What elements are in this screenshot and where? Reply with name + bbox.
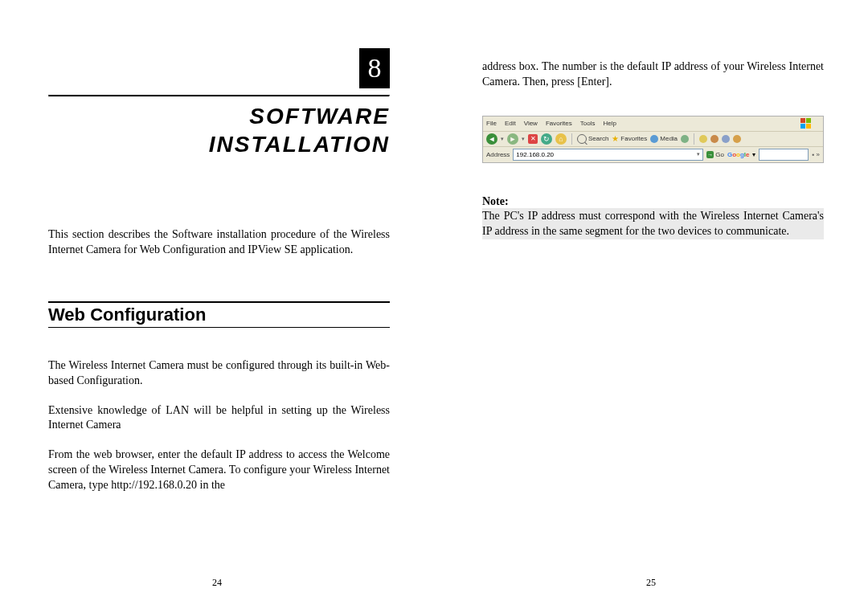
intro-paragraph: This section describes the Software inst… [48, 227, 390, 258]
browser-address-bar: Address 192.168.0.20 ▾ → Go Google ▾ ▪ » [483, 147, 823, 162]
chapter-rule [48, 95, 390, 97]
forward-dropdown-icon[interactable]: ▾ [522, 136, 525, 142]
edit-icon[interactable] [722, 135, 730, 143]
search-button[interactable]: Search [577, 134, 608, 144]
note-heading: Note: [482, 195, 824, 208]
media-label: Media [660, 135, 678, 142]
body-para-3: From the web browser, enter the default … [48, 447, 390, 493]
chapter-title-line1: SOFTWARE [48, 102, 390, 130]
media-button[interactable]: Media [650, 135, 678, 143]
address-label: Address [486, 151, 510, 158]
page-left: 8 SOFTWARE INSTALLATION This section des… [0, 0, 434, 613]
address-input[interactable]: 192.168.0.20 ▾ [513, 149, 703, 161]
section-rule-top [48, 301, 390, 303]
menu-tools[interactable]: Tools [580, 120, 596, 127]
google-search-input[interactable] [759, 149, 809, 161]
history-icon[interactable] [681, 135, 689, 143]
search-icon [577, 134, 587, 144]
favorites-label: Favorites [620, 135, 647, 142]
browser-menu-bar: File Edit View Favorites Tools Help [483, 116, 823, 132]
mail-icon[interactable] [699, 135, 707, 143]
menu-view[interactable]: View [524, 120, 538, 127]
toolbar-separator [571, 133, 572, 145]
menu-file[interactable]: File [486, 120, 497, 127]
back-dropdown-icon[interactable]: ▾ [501, 136, 504, 142]
body-para-2: Extensive knowledge of LAN will be helpf… [48, 403, 390, 434]
forward-button-icon[interactable]: ► [507, 133, 518, 145]
chapter-number: 8 [368, 53, 382, 84]
menu-help[interactable]: Help [603, 120, 616, 127]
media-icon [650, 135, 658, 143]
windows-logo-icon [800, 118, 812, 129]
section-block: Web Configuration [48, 301, 390, 328]
continued-paragraph: address box. The number is the default I… [482, 59, 824, 90]
go-arrow-icon: → [706, 151, 714, 158]
page-right: address box. The number is the default I… [434, 0, 868, 613]
go-label: Go [715, 151, 724, 158]
section-title: Web Configuration [48, 304, 390, 325]
refresh-button-icon[interactable]: ↻ [541, 133, 552, 145]
section-rule-bottom [48, 327, 390, 328]
page-number-right: 25 [434, 577, 868, 589]
browser-screenshot: File Edit View Favorites Tools Help ◄ ▾ … [482, 116, 824, 163]
search-label: Search [588, 135, 608, 142]
chapter-number-box: 8 [359, 48, 390, 88]
print-icon[interactable] [710, 135, 719, 143]
home-button-icon[interactable]: ⌂ [555, 133, 567, 145]
chapter-title-line2: INSTALLATION [48, 130, 390, 158]
address-value: 192.168.0.20 [516, 151, 554, 158]
toolbar-separator-2 [694, 133, 694, 145]
menu-favorites[interactable]: Favorites [546, 120, 572, 127]
menu-edit[interactable]: Edit [505, 120, 516, 127]
stop-button-icon[interactable]: ✕ [528, 134, 538, 144]
google-toolbar-logo: Google [727, 151, 750, 158]
star-icon: ★ [612, 134, 619, 143]
chapter-title: SOFTWARE INSTALLATION [48, 102, 390, 158]
note-body: The PC's IP address must correspond with… [482, 208, 824, 239]
body-para-1: The Wireless Internet Camera must be con… [48, 358, 390, 389]
go-button[interactable]: → Go [706, 151, 724, 158]
back-button-icon[interactable]: ◄ [486, 133, 497, 145]
page-number-left: 24 [0, 577, 434, 589]
google-more-icon[interactable]: ▪ » [812, 151, 820, 158]
discuss-icon[interactable] [733, 135, 741, 143]
favorites-button[interactable]: ★ Favorites [612, 134, 647, 143]
browser-toolbar: ◄ ▾ ► ▾ ✕ ↻ ⌂ Search ★ Favorites Media [483, 132, 823, 147]
address-dropdown-icon[interactable]: ▾ [697, 151, 700, 157]
